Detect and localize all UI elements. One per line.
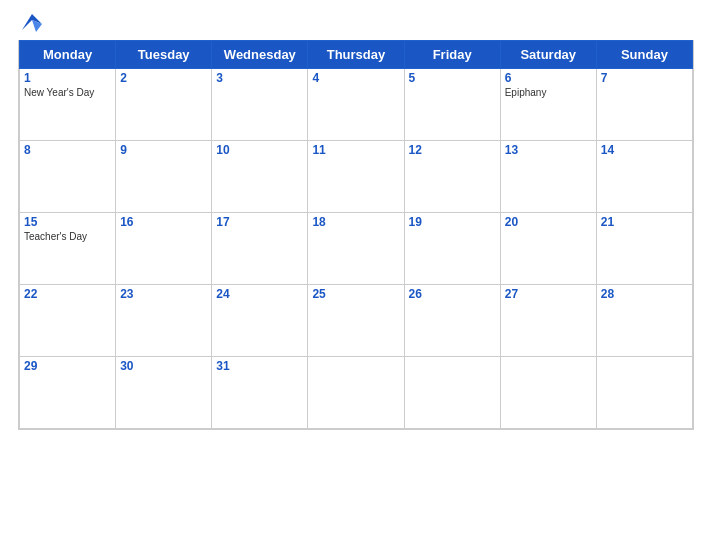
calendar-cell: 9	[116, 141, 212, 213]
weekday-header-sunday: Sunday	[596, 41, 692, 69]
calendar-cell: 26	[404, 285, 500, 357]
day-number: 9	[120, 143, 207, 157]
day-number: 21	[601, 215, 688, 229]
day-number: 2	[120, 71, 207, 85]
calendar-cell: 18	[308, 213, 404, 285]
calendar-week-row: 15Teacher's Day161718192021	[20, 213, 693, 285]
day-number: 15	[24, 215, 111, 229]
calendar-cell: 13	[500, 141, 596, 213]
calendar-cell: 4	[308, 69, 404, 141]
calendar-cell: 14	[596, 141, 692, 213]
day-number: 23	[120, 287, 207, 301]
day-number: 13	[505, 143, 592, 157]
calendar-cell: 7	[596, 69, 692, 141]
calendar-cell: 25	[308, 285, 404, 357]
holiday-label: Epiphany	[505, 87, 592, 98]
day-number: 14	[601, 143, 688, 157]
calendar-body: 1New Year's Day23456Epiphany789101112131…	[20, 69, 693, 429]
calendar-cell: 27	[500, 285, 596, 357]
weekday-header-row: MondayTuesdayWednesdayThursdayFridaySatu…	[20, 41, 693, 69]
day-number: 22	[24, 287, 111, 301]
calendar-cell: 22	[20, 285, 116, 357]
day-number: 11	[312, 143, 399, 157]
calendar-cell: 29	[20, 357, 116, 429]
calendar-cell: 1New Year's Day	[20, 69, 116, 141]
calendar-cell	[500, 357, 596, 429]
holiday-label: Teacher's Day	[24, 231, 111, 242]
calendar-cell: 11	[308, 141, 404, 213]
weekday-header-saturday: Saturday	[500, 41, 596, 69]
day-number: 7	[601, 71, 688, 85]
calendar-cell: 8	[20, 141, 116, 213]
day-number: 18	[312, 215, 399, 229]
day-number: 1	[24, 71, 111, 85]
day-number: 8	[24, 143, 111, 157]
day-number: 31	[216, 359, 303, 373]
calendar-cell: 3	[212, 69, 308, 141]
weekday-header-tuesday: Tuesday	[116, 41, 212, 69]
day-number: 30	[120, 359, 207, 373]
calendar-cell	[308, 357, 404, 429]
calendar-cell: 28	[596, 285, 692, 357]
calendar-cell: 16	[116, 213, 212, 285]
logo	[18, 10, 50, 38]
calendar-week-row: 22232425262728	[20, 285, 693, 357]
day-number: 26	[409, 287, 496, 301]
day-number: 29	[24, 359, 111, 373]
day-number: 28	[601, 287, 688, 301]
calendar-cell: 20	[500, 213, 596, 285]
calendar-cell: 24	[212, 285, 308, 357]
day-number: 5	[409, 71, 496, 85]
weekday-header-monday: Monday	[20, 41, 116, 69]
calendar-cell: 2	[116, 69, 212, 141]
calendar-cell: 6Epiphany	[500, 69, 596, 141]
holiday-label: New Year's Day	[24, 87, 111, 98]
calendar-cell	[596, 357, 692, 429]
day-number: 20	[505, 215, 592, 229]
calendar-cell	[404, 357, 500, 429]
calendar-week-row: 891011121314	[20, 141, 693, 213]
calendar-cell: 12	[404, 141, 500, 213]
day-number: 6	[505, 71, 592, 85]
day-number: 16	[120, 215, 207, 229]
calendar-wrapper: MondayTuesdayWednesdayThursdayFridaySatu…	[18, 40, 694, 430]
calendar-table: MondayTuesdayWednesdayThursdayFridaySatu…	[19, 40, 693, 429]
day-number: 12	[409, 143, 496, 157]
day-number: 19	[409, 215, 496, 229]
day-number: 25	[312, 287, 399, 301]
day-number: 27	[505, 287, 592, 301]
weekday-header-wednesday: Wednesday	[212, 41, 308, 69]
calendar-cell: 23	[116, 285, 212, 357]
day-number: 24	[216, 287, 303, 301]
weekday-header-friday: Friday	[404, 41, 500, 69]
day-number: 3	[216, 71, 303, 85]
calendar-cell: 21	[596, 213, 692, 285]
calendar-cell: 15Teacher's Day	[20, 213, 116, 285]
logo-header	[18, 10, 694, 38]
calendar-header: MondayTuesdayWednesdayThursdayFridaySatu…	[20, 41, 693, 69]
calendar-cell: 17	[212, 213, 308, 285]
day-number: 17	[216, 215, 303, 229]
logo-bird-icon	[18, 10, 46, 38]
day-number: 10	[216, 143, 303, 157]
calendar-week-row: 293031	[20, 357, 693, 429]
calendar-cell: 5	[404, 69, 500, 141]
weekday-header-thursday: Thursday	[308, 41, 404, 69]
calendar-cell: 19	[404, 213, 500, 285]
calendar-week-row: 1New Year's Day23456Epiphany7	[20, 69, 693, 141]
calendar-cell: 31	[212, 357, 308, 429]
calendar-cell: 30	[116, 357, 212, 429]
calendar-cell: 10	[212, 141, 308, 213]
day-number: 4	[312, 71, 399, 85]
